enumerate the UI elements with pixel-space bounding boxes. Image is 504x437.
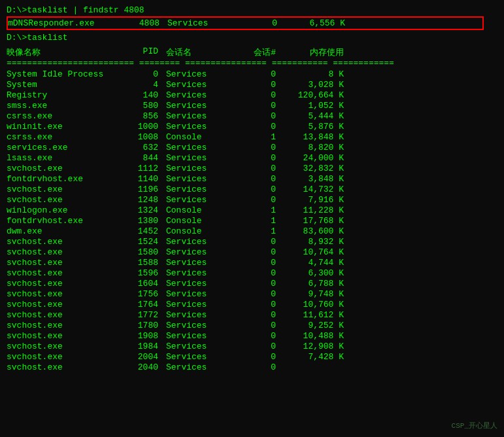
row-session: Services <box>163 143 235 152</box>
row-session-num: 0 <box>235 362 281 372</box>
highlighted-name: mDNSResponder.exe <box>8 18 119 28</box>
row-mem: 32,832 K <box>281 164 346 173</box>
row-session: Services <box>163 268 235 278</box>
table-row: svchost.exe 1908 Services 0 10,488 K <box>7 331 497 341</box>
table-row: svchost.exe 1984 Services 0 12,908 K <box>7 341 497 351</box>
row-mem: 10,760 K <box>281 300 346 309</box>
table-row: smss.exe 580 Services 0 1,052 K <box>7 101 497 111</box>
row-pid: 1596 <box>118 268 163 278</box>
row-name: System Idle Process <box>7 69 118 79</box>
row-mem: 11,612 K <box>281 310 346 320</box>
row-mem: 8,932 K <box>281 237 346 247</box>
table-row: svchost.exe 1596 Services 0 6,300 K <box>7 268 497 278</box>
row-name: svchost.exe <box>7 164 118 173</box>
row-session: Services <box>163 174 235 184</box>
table-row: csrss.exe 1008 Console 1 13,848 K <box>7 132 497 142</box>
table-row: fontdrvhost.exe 1140 Services 0 3,848 K <box>7 174 497 184</box>
row-session: Services <box>163 331 235 341</box>
row-session-num: 0 <box>235 101 281 111</box>
table-row: svchost.exe 1604 Services 0 6,788 K <box>7 279 497 288</box>
table-row: svchost.exe 1580 Services 0 10,764 K <box>7 247 497 257</box>
row-name: lsass.exe <box>7 153 118 163</box>
table-row: svchost.exe 1524 Services 0 8,932 K <box>7 237 497 247</box>
table-row: services.exe 632 Services 0 8,820 K <box>7 143 497 152</box>
row-session-num: 0 <box>235 143 281 152</box>
row-pid: 1140 <box>118 174 163 184</box>
row-pid: 856 <box>118 111 163 121</box>
row-mem: 10,488 K <box>281 331 346 341</box>
row-name: fontdrvhost.exe <box>7 174 118 184</box>
row-session: Services <box>163 80 235 90</box>
table-row: svchost.exe 2040 Services 0 <box>7 362 497 372</box>
header-session-num: 会话# <box>235 46 281 58</box>
row-name: winlogon.exe <box>7 205 118 215</box>
row-session-num: 0 <box>235 331 281 341</box>
row-mem: 120,664 K <box>281 90 346 100</box>
header-session: 会话名 <box>163 46 235 58</box>
row-name: smss.exe <box>7 101 118 111</box>
row-mem: 4,744 K <box>281 258 346 268</box>
table-row: svchost.exe 1772 Services 0 11,612 K <box>7 310 497 320</box>
row-pid: 2004 <box>118 352 163 362</box>
table-row: fontdrvhost.exe 1380 Console 1 17,768 K <box>7 216 497 226</box>
highlighted-pid: 4808 <box>119 18 165 28</box>
highlighted-session: Services <box>165 18 237 28</box>
row-session-num: 1 <box>235 226 281 236</box>
row-session-num: 1 <box>235 132 281 142</box>
row-session-num: 0 <box>235 69 281 79</box>
row-session-num: 0 <box>235 195 281 205</box>
row-session-num: 0 <box>235 258 281 268</box>
row-name: svchost.exe <box>7 321 118 330</box>
header-mem: 内存使用 <box>281 46 346 58</box>
row-pid: 4 <box>118 80 163 90</box>
row-mem: 3,028 K <box>281 80 346 90</box>
row-pid: 632 <box>118 143 163 152</box>
row-pid: 1324 <box>118 205 163 215</box>
row-pid: 1380 <box>118 216 163 226</box>
row-session: Services <box>163 341 235 351</box>
row-mem: 5,444 K <box>281 111 346 121</box>
row-name: csrss.exe <box>7 132 118 142</box>
row-mem: 7,916 K <box>281 195 346 205</box>
row-session: Console <box>163 205 235 215</box>
table-header: 映像名称 PID 会话名 会话# 内存使用 <box>7 46 497 58</box>
row-pid: 1112 <box>118 164 163 173</box>
row-name: svchost.exe <box>7 352 118 362</box>
highlighted-session-num: 0 <box>237 18 282 28</box>
row-session-num: 0 <box>235 80 281 90</box>
row-session-num: 0 <box>235 279 281 288</box>
row-session: Services <box>163 111 235 121</box>
row-session: Console <box>163 226 235 236</box>
watermark: CSP_开心星人 <box>452 421 497 430</box>
row-session-num: 0 <box>235 184 281 194</box>
row-session-num: 0 <box>235 352 281 362</box>
row-session-num: 0 <box>235 289 281 299</box>
row-name: svchost.exe <box>7 300 118 309</box>
row-session: Services <box>163 362 235 372</box>
row-pid: 1780 <box>118 321 163 330</box>
row-session: Services <box>163 279 235 288</box>
row-name: System <box>7 80 118 90</box>
row-session: Services <box>163 69 235 79</box>
table-row: Registry 140 Services 0 120,664 K <box>7 90 497 100</box>
row-mem: 3,848 K <box>281 174 346 184</box>
row-session-num: 0 <box>235 247 281 257</box>
row-pid: 580 <box>118 101 163 111</box>
row-pid: 1000 <box>118 122 163 131</box>
row-session: Services <box>163 164 235 173</box>
header-pid: PID <box>118 46 163 58</box>
table-row: svchost.exe 1756 Services 0 9,748 K <box>7 289 497 299</box>
row-session: Services <box>163 300 235 309</box>
row-session-num: 0 <box>235 153 281 163</box>
row-mem: 7,428 K <box>281 352 346 362</box>
row-mem: 14,732 K <box>281 184 346 194</box>
row-mem <box>281 362 346 372</box>
row-name: svchost.exe <box>7 289 118 299</box>
row-pid: 1772 <box>118 310 163 320</box>
row-mem: 5,876 K <box>281 122 346 131</box>
row-name: svchost.exe <box>7 310 118 320</box>
row-session-num: 0 <box>235 321 281 330</box>
row-name: fontdrvhost.exe <box>7 216 118 226</box>
highlighted-mem: 6,556 K <box>282 18 348 28</box>
row-name: svchost.exe <box>7 268 118 278</box>
